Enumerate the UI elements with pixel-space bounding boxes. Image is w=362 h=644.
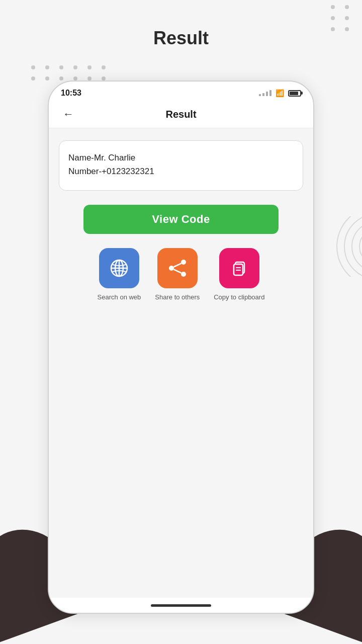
phone-mockup: 10:53 📶 ← Result Name-Mr. Charlie Number… (48, 80, 314, 614)
svg-point-4 (337, 216, 362, 277)
result-box: Name-Mr. Charlie Number-+0123232321 (59, 140, 303, 191)
share-to-others-label: Share to others (155, 293, 200, 301)
signal-icon (259, 90, 272, 96)
home-indicator (49, 598, 313, 613)
decorative-dots-top-left (31, 65, 109, 80)
home-bar (151, 604, 211, 607)
status-icons: 📶 (259, 89, 301, 97)
app-content: Name-Mr. Charlie Number-+0123232321 View… (49, 128, 313, 598)
decorative-circles-right (317, 216, 362, 277)
globe-icon (108, 257, 130, 279)
share-to-others-icon-box (157, 248, 198, 288)
search-on-web-label: Search on web (98, 293, 141, 301)
page-title: Result (0, 28, 362, 49)
svg-line-12 (173, 264, 181, 267)
app-header: ← Result (49, 101, 313, 128)
result-text: Name-Mr. Charlie Number-+0123232321 (68, 151, 294, 178)
result-line1: Name-Mr. Charlie (68, 153, 135, 163)
wifi-icon: 📶 (276, 89, 284, 97)
back-button[interactable]: ← (59, 106, 78, 123)
action-row: Search on web Share to others (59, 248, 303, 301)
copy-icon (228, 257, 250, 279)
app-header-title: Result (165, 109, 196, 120)
view-code-button[interactable]: View Code (83, 205, 279, 234)
copy-to-clipboard-item[interactable]: Copy to clipboard (214, 248, 264, 301)
svg-point-10 (169, 266, 174, 271)
result-line2: Number-+0123232321 (68, 167, 154, 176)
status-bar: 10:53 📶 (49, 82, 313, 101)
copy-to-clipboard-icon-box (219, 248, 259, 288)
svg-point-9 (181, 260, 186, 265)
battery-icon (288, 90, 301, 97)
share-icon (166, 257, 189, 279)
status-time: 10:53 (61, 89, 81, 98)
svg-point-1 (359, 229, 362, 264)
search-on-web-item[interactable]: Search on web (98, 248, 141, 301)
svg-line-13 (173, 270, 181, 273)
copy-to-clipboard-label: Copy to clipboard (214, 293, 264, 301)
search-on-web-icon-box (99, 248, 139, 288)
svg-point-11 (181, 272, 186, 277)
share-to-others-item[interactable]: Share to others (155, 248, 200, 301)
svg-point-2 (352, 221, 362, 272)
